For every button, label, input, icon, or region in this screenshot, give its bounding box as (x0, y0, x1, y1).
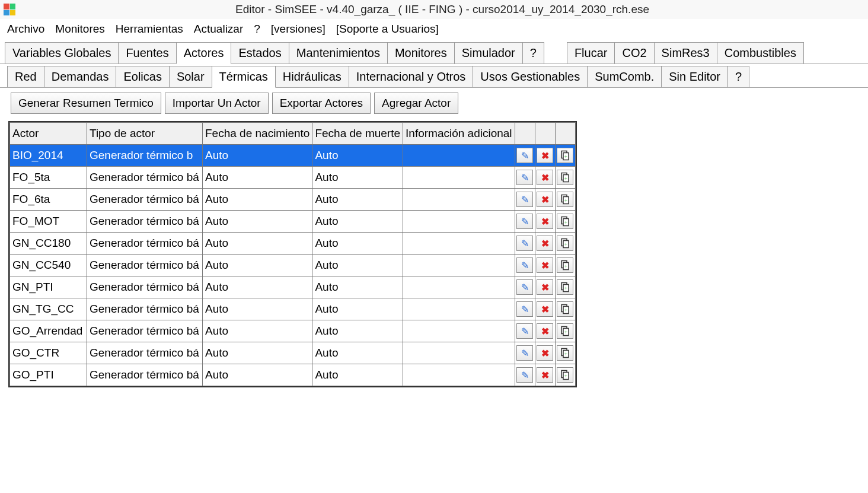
edit-icon[interactable] (516, 170, 533, 185)
tab-simres[interactable]: SimRes3 (654, 42, 717, 63)
cell-nac: Auto (203, 167, 312, 189)
subtab-sumcomb[interactable]: SumComb. (587, 66, 662, 87)
menu-actualizar[interactable]: Actualizar (194, 23, 243, 36)
delete-icon[interactable] (537, 367, 553, 383)
cell-nac: Auto (203, 233, 312, 255)
subtab-solar[interactable]: Solar (169, 66, 212, 87)
col-header[interactable]: Fecha de nacimiento (203, 123, 312, 145)
exportar-actores-button[interactable]: Exportar Actores (272, 93, 371, 114)
cell-info (403, 145, 515, 167)
subtab-trmicas[interactable]: Térmicas (212, 66, 276, 88)
svg-text:+: + (564, 197, 567, 203)
tab-[interactable]: ? (522, 42, 544, 63)
tab-co[interactable]: CO2 (614, 42, 654, 63)
tab-fuentes[interactable]: Fuentes (118, 42, 176, 63)
cell-mue: Auto (312, 342, 403, 364)
edit-icon[interactable] (516, 323, 533, 339)
tab-estados[interactable]: Estados (231, 42, 289, 63)
duplicate-icon[interactable]: + (557, 236, 573, 251)
delete-icon[interactable] (537, 257, 553, 273)
cell-info (403, 211, 515, 233)
edit-icon[interactable] (516, 257, 533, 273)
subtab-sineditor[interactable]: Sin Editor (661, 66, 728, 87)
delete-icon[interactable] (537, 148, 553, 163)
subtab-red[interactable]: Red (7, 66, 44, 87)
duplicate-icon[interactable]: + (557, 257, 573, 273)
tab-variablesglobales[interactable]: Variables Globales (5, 42, 119, 63)
subtab-demandas[interactable]: Demandas (44, 66, 117, 87)
col-header[interactable]: Tipo de actor (87, 123, 203, 145)
subtab-[interactable]: ? (727, 66, 749, 87)
menu-archivo[interactable]: Archivo (7, 23, 44, 36)
table-row[interactable]: GO_CTRGenerador térmico báAutoAuto+ (10, 342, 576, 364)
edit-icon[interactable] (516, 214, 533, 229)
cell-tipo: Generador térmico bá (87, 255, 203, 276)
duplicate-icon[interactable]: + (557, 301, 573, 317)
delete-icon[interactable] (537, 236, 553, 251)
col-header[interactable]: Fecha de muerte (312, 123, 403, 145)
generar-resumen-button[interactable]: Generar Resumen Termico (11, 93, 161, 114)
cell-info (403, 364, 515, 386)
cell-tipo: Generador térmico bá (87, 189, 203, 211)
subtab-eolicas[interactable]: Eolicas (116, 66, 169, 87)
table-row[interactable]: FO_MOTGenerador térmico báAutoAuto+ (10, 211, 576, 233)
table-row[interactable]: GN_TG_CCGenerador térmico báAutoAuto+ (10, 298, 576, 320)
cell-nac: Auto (203, 276, 312, 298)
table-row[interactable]: GN_PTIGenerador térmico báAutoAuto+ (10, 276, 576, 298)
edit-icon[interactable] (516, 192, 533, 207)
svg-text:+: + (564, 351, 567, 357)
table-row[interactable]: GN_CC540Generador térmico báAutoAuto+ (10, 255, 576, 276)
tab-combustibles[interactable]: Combustibles (717, 42, 804, 63)
delete-icon[interactable] (537, 192, 553, 207)
table-row[interactable]: GO_PTIGenerador térmico báAutoAuto+ (10, 364, 576, 386)
edit-icon[interactable] (516, 367, 533, 383)
duplicate-icon[interactable]: + (557, 170, 573, 185)
cell-info (403, 233, 515, 255)
duplicate-icon[interactable]: + (557, 214, 573, 229)
subtab-hidrulicas[interactable]: Hidráulicas (275, 66, 349, 87)
tab-actores[interactable]: Actores (176, 42, 232, 64)
edit-icon[interactable] (516, 345, 533, 361)
menu-herramientas[interactable]: Herramientas (116, 23, 183, 36)
table-row[interactable]: GN_CC180Generador térmico báAutoAuto+ (10, 233, 576, 255)
tab-mantenimientos[interactable]: Mantenimientos (289, 42, 388, 63)
delete-icon[interactable] (537, 345, 553, 361)
delete-icon[interactable] (537, 170, 553, 185)
delete-icon[interactable] (537, 301, 553, 317)
edit-icon[interactable] (516, 236, 533, 251)
subtab-usosgestionables[interactable]: Usos Gestionables (473, 66, 588, 87)
cell-nac: Auto (203, 364, 312, 386)
duplicate-icon[interactable]: + (557, 192, 573, 207)
delete-icon[interactable] (537, 279, 553, 295)
duplicate-icon[interactable]: + (557, 367, 573, 383)
table-row[interactable]: FO_5taGenerador térmico báAutoAuto+ (10, 167, 576, 189)
cell-actor: GN_CC180 (10, 233, 87, 255)
col-header[interactable]: Información adicional (403, 123, 515, 145)
edit-icon[interactable] (516, 148, 533, 163)
tab-flucar[interactable]: Flucar (567, 42, 615, 63)
cell-actor: FO_6ta (10, 189, 87, 211)
menu-soporteausuarios[interactable]: [Soporte a Usuarios] (336, 23, 439, 36)
col-header[interactable]: Actor (10, 123, 87, 145)
duplicate-icon[interactable]: + (557, 345, 573, 361)
duplicate-icon[interactable]: + (557, 148, 573, 163)
agregar-actor-button[interactable]: Agregar Actor (374, 93, 458, 114)
edit-icon[interactable] (516, 279, 533, 295)
table-row[interactable]: FO_6taGenerador térmico báAutoAuto+ (10, 189, 576, 211)
table-row[interactable]: BIO_2014Generador térmico bAutoAuto+ (10, 145, 576, 167)
delete-icon[interactable] (537, 214, 553, 229)
duplicate-icon[interactable]: + (557, 279, 573, 295)
tab-simulador[interactable]: Simulador (454, 42, 523, 63)
subtab-internacionalyotros[interactable]: Internacional y Otros (349, 66, 474, 87)
menu-versiones[interactable]: [versiones] (271, 23, 326, 36)
importar-actor-button[interactable]: Importar Un Actor (165, 93, 269, 114)
menu-monitores[interactable]: Monitores (55, 23, 104, 36)
menu-[interactable]: ? (254, 23, 260, 36)
edit-icon[interactable] (516, 301, 533, 317)
tab-monitores[interactable]: Monitores (387, 42, 455, 63)
svg-text:+: + (564, 175, 567, 181)
table-row[interactable]: GO_ArrendadGenerador térmico báAutoAuto+ (10, 320, 576, 342)
delete-icon[interactable] (537, 323, 553, 339)
cell-actor: GO_Arrendad (10, 320, 87, 342)
duplicate-icon[interactable]: + (557, 323, 573, 339)
